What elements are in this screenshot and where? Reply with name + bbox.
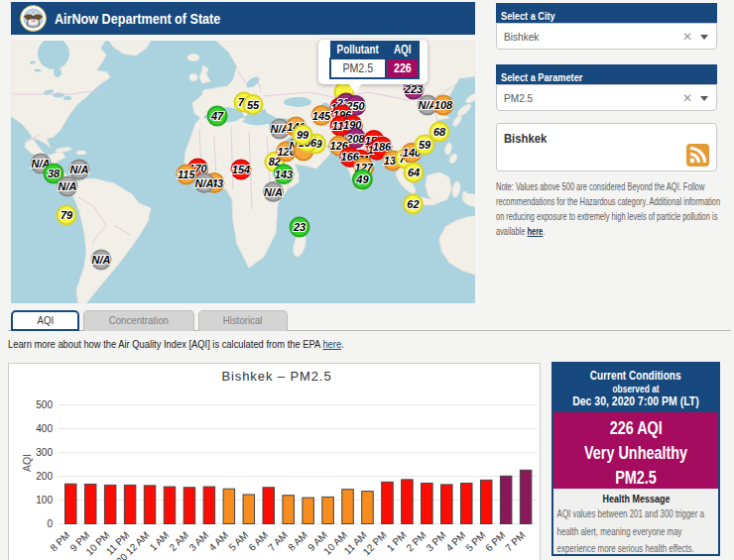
svg-text:1 PM: 1 PM (385, 529, 409, 553)
svg-text:7 AM: 7 AM (266, 529, 290, 553)
svg-text:100: 100 (36, 495, 53, 505)
svg-text:62: 62 (407, 198, 419, 210)
svg-text:7 PM: 7 PM (503, 529, 527, 553)
svg-text:4 PM: 4 PM (443, 529, 467, 553)
svg-text:38: 38 (48, 168, 61, 179)
svg-text:223: 223 (404, 83, 423, 95)
svg-text:N/A: N/A (195, 177, 214, 189)
svg-text:2 PM: 2 PM (404, 529, 428, 553)
svg-text:6 AM: 6 AM (246, 529, 270, 553)
svg-text:49: 49 (355, 173, 369, 185)
svg-text:5 AM: 5 AM (226, 529, 250, 553)
svg-text:1 AM: 1 AM (148, 529, 172, 553)
svg-text:47: 47 (210, 110, 224, 122)
svg-text:68: 68 (433, 126, 446, 138)
svg-text:N/A: N/A (92, 254, 111, 266)
svg-text:4 AM: 4 AM (206, 529, 230, 553)
svg-text:64: 64 (408, 167, 420, 178)
svg-text:55: 55 (247, 99, 260, 111)
svg-text:2 AM: 2 AM (167, 529, 190, 553)
svg-text:500: 500 (36, 399, 53, 410)
svg-text:Bishkek – PM2.5: Bishkek – PM2.5 (221, 369, 331, 384)
svg-text:186: 186 (373, 141, 392, 153)
svg-text:99: 99 (297, 129, 309, 141)
svg-text:400: 400 (36, 423, 53, 434)
svg-text:0: 0 (47, 518, 53, 529)
svg-text:23: 23 (293, 221, 306, 233)
svg-text:143: 143 (275, 168, 293, 180)
svg-text:N/A: N/A (59, 180, 77, 192)
svg-text:AQI: AQI (21, 454, 33, 472)
svg-text:115: 115 (178, 168, 195, 180)
svg-text:5 PM: 5 PM (463, 529, 487, 553)
svg-text:59: 59 (419, 139, 431, 151)
svg-text:154: 154 (232, 164, 250, 175)
svg-text:N/A: N/A (70, 164, 89, 175)
svg-text:3 AM: 3 AM (186, 529, 210, 553)
svg-text:79: 79 (61, 209, 73, 221)
svg-text:6 PM: 6 PM (483, 529, 507, 553)
svg-text:108: 108 (434, 99, 453, 111)
svg-text:300: 300 (36, 447, 53, 458)
svg-text:3 PM: 3 PM (424, 529, 447, 553)
svg-text:N/A: N/A (264, 186, 283, 198)
svg-text:8 PM: 8 PM (48, 529, 71, 553)
svg-text:145: 145 (312, 110, 331, 122)
svg-text:8 AM: 8 AM (286, 529, 309, 553)
svg-text:200: 200 (36, 471, 53, 482)
